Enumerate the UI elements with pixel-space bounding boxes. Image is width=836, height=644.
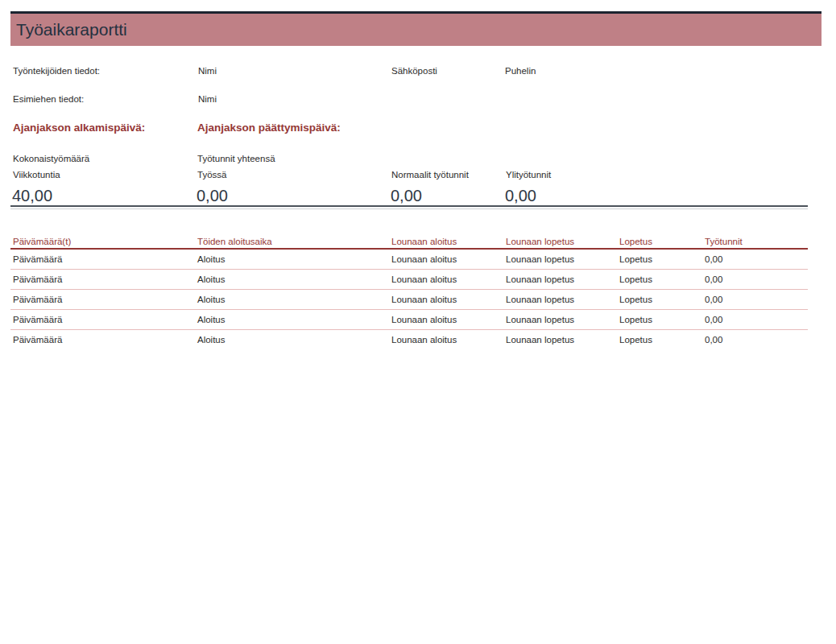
cell-date[interactable]: Päivämäärä [10,310,195,330]
cell-lunch-start[interactable]: Lounaan aloitus [389,330,503,350]
employee-phone-label: Puhelin [505,65,536,76]
col-header-work-start: Töiden aloitusaika [195,233,389,249]
col-header-hours: Työtunnit [702,233,808,249]
total-work-label: Kokonaistyömäärä [13,153,89,164]
timesheet-row: Päivämäärä Aloitus Lounaan aloitus Louna… [10,270,808,290]
cell-date[interactable]: Päivämäärä [10,290,195,310]
cell-end[interactable]: Lopetus [617,290,702,310]
at-work-label: Työssä [197,169,226,180]
cell-work-start[interactable]: Aloitus [195,270,389,290]
totals-divider-shadow [10,208,808,209]
overtime-value: 0,00 [505,186,536,205]
weekly-hours-value: 40,00 [12,186,52,205]
normal-hours-value: 0,00 [391,186,422,205]
cell-hours[interactable]: 0,00 [702,249,808,270]
weekly-hours-label: Viikkotuntia [13,169,60,180]
col-header-end: Lopetus [617,233,702,249]
hours-total-label: Työtunnit yhteensä [197,153,275,164]
cell-work-start[interactable]: Aloitus [195,310,389,330]
cell-date[interactable]: Päivämäärä [10,249,195,270]
cell-work-start[interactable]: Aloitus [195,249,389,270]
employee-name-label: Nimi [198,65,217,76]
page-title: Työaikaraportti [10,14,822,45]
cell-lunch-start[interactable]: Lounaan aloitus [389,290,503,310]
timesheet-row: Päivämäärä Aloitus Lounaan aloitus Louna… [10,310,808,330]
col-header-lunch-start: Lounaan aloitus [389,233,503,249]
cell-hours[interactable]: 0,00 [702,330,808,350]
at-work-value: 0,00 [197,186,228,205]
cell-date[interactable]: Päivämäärä [10,270,195,290]
period-start-label: Ajanjakson alkamispäivä: [13,121,145,134]
cell-work-start[interactable]: Aloitus [195,330,389,350]
cell-lunch-start[interactable]: Lounaan aloitus [389,310,503,330]
totals-divider [10,205,808,207]
col-header-date: Päivämäärä(t) [10,233,195,249]
cell-work-start[interactable]: Aloitus [195,290,389,310]
cell-end[interactable]: Lopetus [617,249,702,270]
col-header-lunch-end: Lounaan lopetus [503,233,617,249]
employee-section-label: Työntekijöiden tiedot: [13,65,100,76]
cell-end[interactable]: Lopetus [617,270,702,290]
timesheet-report-page: Työaikaraportti Työntekijöiden tiedot: N… [0,0,836,644]
cell-lunch-start[interactable]: Lounaan aloitus [389,249,503,270]
cell-lunch-end[interactable]: Lounaan lopetus [503,249,617,270]
cell-date[interactable]: Päivämäärä [10,330,195,350]
cell-hours[interactable]: 0,00 [702,270,808,290]
cell-lunch-end[interactable]: Lounaan lopetus [503,290,617,310]
timesheet-header-row: Päivämäärä(t) Töiden aloitusaika Lounaan… [10,233,808,249]
employee-email-label: Sähköposti [391,65,437,76]
cell-end[interactable]: Lopetus [617,330,702,350]
timesheet-row: Päivämäärä Aloitus Lounaan aloitus Louna… [10,290,808,310]
timesheet-row: Päivämäärä Aloitus Lounaan aloitus Louna… [10,330,808,350]
normal-hours-label: Normaalit työtunnit [391,169,469,180]
timesheet-table: Päivämäärä(t) Töiden aloitusaika Lounaan… [10,233,808,349]
title-bar: Työaikaraportti [10,11,822,46]
supervisor-name-label: Nimi [198,93,217,105]
cell-lunch-end[interactable]: Lounaan lopetus [503,330,617,350]
cell-lunch-start[interactable]: Lounaan aloitus [389,270,503,290]
cell-hours[interactable]: 0,00 [702,310,808,330]
cell-lunch-end[interactable]: Lounaan lopetus [503,310,617,330]
cell-end[interactable]: Lopetus [617,310,702,330]
period-end-label: Ajanjakson päättymispäivä: [197,121,341,134]
supervisor-section-label: Esimiehen tiedot: [13,93,84,105]
cell-hours[interactable]: 0,00 [702,290,808,310]
cell-lunch-end[interactable]: Lounaan lopetus [503,270,617,290]
timesheet-row: Päivämäärä Aloitus Lounaan aloitus Louna… [10,249,808,270]
overtime-label: Ylityötunnit [506,169,551,180]
